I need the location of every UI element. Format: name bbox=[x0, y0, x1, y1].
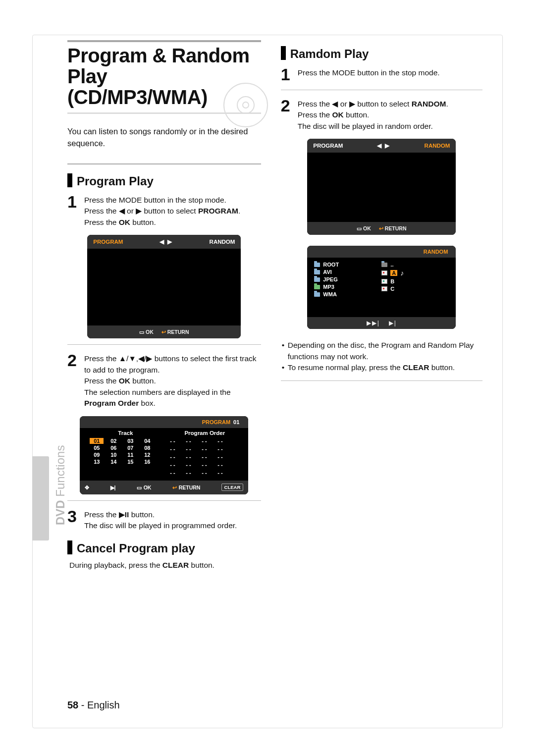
side-tab bbox=[32, 456, 49, 540]
track-cell: 07 bbox=[123, 445, 137, 451]
program-step-1: 1 Press the MODE button in the stop mode… bbox=[67, 193, 261, 228]
skip-icon: ▶| bbox=[389, 320, 397, 326]
return-label: ↩ RETURN bbox=[172, 485, 201, 490]
osd-mode-select-random: PROGRAM ◀ ▶ RANDOM ▭ OK ↩ RETURN bbox=[307, 139, 456, 235]
folder-icon bbox=[314, 292, 320, 297]
order-slot bbox=[217, 438, 229, 444]
track-cell: 05 bbox=[90, 445, 104, 451]
dpad-icons: ▲/▼,◀/▶ bbox=[119, 354, 153, 363]
track-cell: 10 bbox=[107, 452, 120, 458]
section-label-sub: Functions bbox=[54, 445, 67, 497]
section-label: DVD Functions bbox=[54, 445, 67, 525]
folder-row: ROOT bbox=[314, 262, 381, 268]
folder-row: JPEG bbox=[314, 276, 381, 282]
left-column: Program & Random Play (CD/MP3/WMA) You c… bbox=[67, 40, 261, 571]
track-cell: 12 bbox=[140, 452, 154, 458]
osd-tab-random: RANDOM bbox=[210, 239, 235, 245]
track-cell: 11 bbox=[123, 452, 137, 458]
page-footer: 58 - English bbox=[67, 700, 120, 711]
file-icon bbox=[381, 270, 387, 275]
track-cell: 06 bbox=[107, 445, 120, 451]
order-slot bbox=[186, 454, 198, 460]
ok-label: ▭ OK bbox=[137, 485, 152, 490]
left-arrow-icon: ◀ bbox=[332, 100, 338, 108]
order-slot bbox=[202, 446, 214, 452]
note-item: To resume normal play, press the CLEAR b… bbox=[282, 362, 482, 373]
file-row: C bbox=[381, 286, 449, 292]
osd-return-label: ↩ RETURN bbox=[161, 329, 189, 335]
order-slot bbox=[217, 470, 229, 476]
order-slot bbox=[170, 462, 182, 468]
divider bbox=[67, 344, 261, 345]
page-container: DVD Functions Program & Random Play (CD/… bbox=[32, 35, 503, 728]
skip-icon: ▶| bbox=[110, 485, 116, 490]
track-pane: Track 01020304050607080910111213141516 bbox=[86, 430, 165, 476]
music-note-icon: ♪ bbox=[400, 269, 404, 277]
track-cell: 15 bbox=[123, 459, 137, 465]
order-slot bbox=[186, 470, 198, 476]
next-icon: ▶▶| bbox=[367, 320, 380, 326]
divider bbox=[67, 500, 261, 501]
order-slot bbox=[170, 446, 182, 452]
order-slot bbox=[170, 454, 182, 460]
folder-row: MP3 bbox=[314, 284, 381, 290]
track-cell: 08 bbox=[140, 445, 154, 451]
osd-return-label: ↩ RETURN bbox=[379, 225, 407, 231]
order-slot bbox=[217, 454, 229, 460]
clear-label: CLEAR bbox=[221, 484, 244, 491]
move-icon: ✥ bbox=[85, 485, 89, 490]
track-cell: 16 bbox=[140, 459, 154, 465]
track-cell: 03 bbox=[123, 438, 137, 444]
osd-program-order: PROGRAM 01 Track 01020304050607080910111… bbox=[80, 416, 248, 494]
order-slot bbox=[217, 446, 229, 452]
order-slot bbox=[202, 462, 214, 468]
right-arrow-icon: ▶ bbox=[349, 100, 355, 108]
left-arrow-icon: ◀ bbox=[119, 206, 125, 216]
program-step-2: 2 Press the ▲/▼,◀/▶ buttons to select th… bbox=[67, 352, 261, 409]
right-column: Ramdom Play 1 Press the MODE button in t… bbox=[281, 40, 482, 571]
osd-file-browser: RANDOM ROOTAVIJPEGMP3WMA ..A ♪BC ▶▶| ▶| bbox=[307, 246, 456, 329]
track-cell: 02 bbox=[107, 438, 120, 444]
file-icon bbox=[381, 286, 387, 291]
order-slot bbox=[186, 438, 198, 444]
folder-icon bbox=[314, 277, 320, 282]
osd-ok-label: ▭ OK bbox=[357, 225, 371, 231]
title-line1: Program & Random Play bbox=[67, 45, 250, 87]
file-icon bbox=[381, 279, 387, 284]
osd-tab-program: PROGRAM bbox=[93, 239, 123, 245]
folder-row: WMA bbox=[314, 291, 381, 297]
track-cell: 04 bbox=[140, 438, 154, 444]
osd-ok-label: ▭ OK bbox=[139, 329, 154, 335]
order-slot bbox=[202, 438, 214, 444]
folder-icon bbox=[314, 285, 320, 289]
order-slot bbox=[170, 470, 182, 476]
divider bbox=[67, 163, 261, 164]
page-title-box: Program & Random Play (CD/MP3/WMA) bbox=[67, 40, 261, 114]
osd-arrows-icon: ◀ ▶ bbox=[123, 238, 209, 245]
note-item: Depending on the disc, the Program and R… bbox=[282, 340, 482, 362]
program-step-3: 3 Press the ▶II button. The disc will be… bbox=[67, 508, 261, 532]
random-step-2: 2 Press the ◀ or ▶ button to select RAND… bbox=[281, 97, 482, 132]
notes-list: Depending on the disc, the Program and R… bbox=[281, 340, 482, 373]
track-cell: 01 bbox=[90, 438, 104, 444]
play-pause-icon: ▶II bbox=[119, 510, 129, 519]
osd-tab-random: RANDOM bbox=[425, 143, 450, 149]
track-cell: 13 bbox=[90, 459, 104, 465]
folder-icon bbox=[381, 263, 387, 267]
section-label-main: DVD bbox=[54, 500, 67, 525]
order-slot bbox=[202, 470, 214, 476]
folder-icon bbox=[314, 263, 320, 267]
osd-tab-program: PROGRAM bbox=[313, 143, 343, 149]
program-play-heading: Program Play bbox=[67, 171, 261, 188]
divider bbox=[281, 90, 482, 90]
order-slot bbox=[217, 462, 229, 468]
folder-icon bbox=[314, 270, 320, 274]
order-slot bbox=[186, 446, 198, 452]
file-row: B bbox=[381, 278, 449, 284]
order-slot bbox=[202, 454, 214, 460]
cancel-text: During playback, press the CLEAR button. bbox=[67, 558, 261, 571]
track-cell: 09 bbox=[90, 452, 104, 458]
parent-folder-row: .. bbox=[381, 262, 449, 268]
intro-text: You can listen to songs randomly or in t… bbox=[67, 126, 261, 150]
file-row: A ♪ bbox=[381, 269, 449, 277]
